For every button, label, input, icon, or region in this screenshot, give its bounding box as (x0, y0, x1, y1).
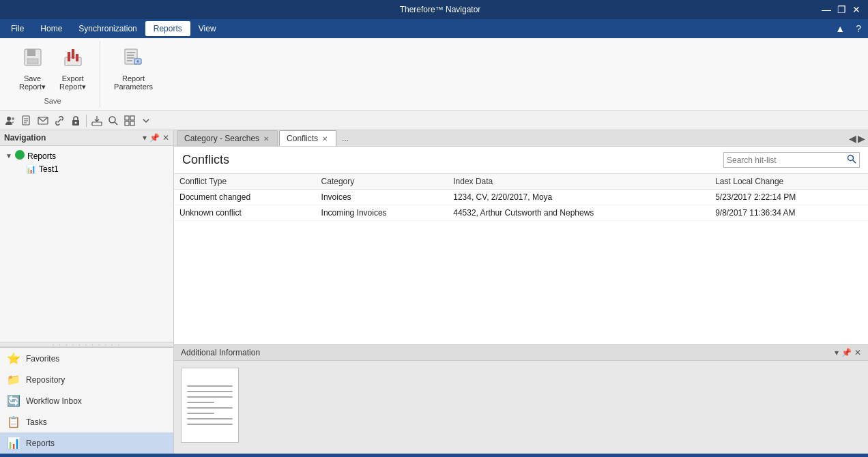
tab-category-searches[interactable]: Category - Searches ✕ (177, 130, 278, 146)
save-report-sublabel: Report▾ (19, 83, 46, 91)
save-report-button[interactable]: Save Report▾ (14, 44, 51, 94)
conflicts-table: Conflict Type Category Index Data Last L… (174, 174, 868, 221)
export-report-button[interactable]: Export Report▾ (54, 44, 91, 94)
doc-line-8 (187, 424, 233, 425)
save-report-label: Save (24, 74, 41, 83)
tree-root-item[interactable]: ▼ Reports (3, 149, 171, 163)
svg-rect-6 (76, 54, 78, 61)
nav-label-reports: Reports (26, 439, 55, 448)
tree-root-icon (15, 150, 25, 162)
additional-header: Additional Information ▾ 📌 ✕ (174, 345, 868, 361)
tab-category-close[interactable]: ✕ (262, 135, 270, 143)
table-row[interactable]: Unknown conflict Incoming Invoices 44532… (174, 205, 868, 221)
tab-next-button[interactable]: ▶ (858, 133, 865, 144)
toolbar-lock-btn[interactable] (68, 113, 83, 128)
ribbon-group-save: Save Report▾ Export Report▾ Save (5, 41, 100, 108)
report-parameters-label: Report (122, 74, 145, 83)
tab-more-button[interactable]: ... (338, 131, 353, 146)
additional-close-btn[interactable]: ✕ (854, 348, 861, 357)
tree-root-label: Reports (27, 151, 56, 161)
nav-bottom: ⭐ Favorites 📁 Repository 🔄 Workflow Inbo… (0, 347, 173, 454)
minimize-button[interactable]: — (820, 3, 833, 16)
toolbar-down-btn[interactable] (139, 113, 154, 128)
doc-preview (181, 368, 239, 443)
tab-conflicts[interactable]: Conflicts ✕ (279, 130, 336, 146)
svg-point-31 (848, 156, 854, 161)
menu-home[interactable]: Home (32, 21, 70, 36)
app-title: Therefore™ Navigator (60, 5, 820, 14)
svg-line-26 (115, 122, 117, 125)
tree-child-item[interactable]: 📊 Test1 (3, 163, 171, 175)
conflicts-title: Conflicts (182, 153, 229, 167)
menu-view[interactable]: View (190, 21, 225, 36)
doc-line-7 (187, 418, 233, 419)
ribbon-collapse-button[interactable]: ▲ (831, 22, 849, 35)
svg-line-32 (853, 160, 856, 164)
report-parameters-sublabel: Parameters (114, 83, 153, 91)
conflicts-header: Conflicts (174, 147, 868, 174)
svg-rect-29 (125, 121, 129, 126)
export-report-icon (62, 46, 84, 73)
tree-area: ▼ Reports 📊 Test1 (0, 146, 173, 342)
tabs-bar: Category - Searches ✕ Conflicts ✕ ... ◀ … (174, 130, 868, 147)
menu-reports[interactable]: Reports (145, 21, 190, 36)
title-bar: Therefore™ Navigator — ❐ ✕ (0, 0, 868, 19)
cell-change-0: 5/23/2017 2:22:14 PM (710, 190, 868, 205)
cell-type-0: Document changed (174, 190, 316, 205)
tab-conflicts-close[interactable]: ✕ (321, 135, 329, 143)
navigation-label: Navigation (4, 133, 46, 143)
sidebar-pin-btn[interactable]: 📌 (149, 133, 160, 143)
tab-conflicts-label: Conflicts (287, 134, 318, 143)
maximize-button[interactable]: ❐ (835, 3, 848, 16)
menu-synchronization[interactable]: Synchronization (70, 21, 145, 36)
toolbar-search-btn[interactable] (106, 113, 121, 128)
report-parameters-button[interactable]: Report Parameters (108, 44, 158, 93)
svg-rect-1 (27, 49, 35, 56)
table-container: Conflict Type Category Index Data Last L… (174, 174, 868, 344)
menu-file[interactable]: File (3, 21, 32, 36)
nav-item-reports[interactable]: 📊 Reports (0, 432, 173, 454)
tree-child-label: Test1 (39, 164, 59, 174)
sidebar-dropdown-btn[interactable]: ▾ (143, 133, 147, 143)
tasks-icon: 📋 (7, 415, 20, 428)
toolbar-grid-btn[interactable] (122, 113, 137, 128)
additional-dropdown-btn[interactable]: ▾ (835, 348, 839, 357)
toolbar-mail-btn[interactable] (35, 113, 50, 128)
content-area: Category - Searches ✕ Conflicts ✕ ... ◀ … (174, 130, 868, 454)
menu-bar: File Home Synchronization Reports View ▲… (0, 19, 868, 38)
tree-expand-icon: ▼ (5, 152, 15, 160)
svg-rect-8 (127, 52, 135, 53)
cell-category-0: Invoices (316, 190, 448, 205)
green-circle-icon (15, 150, 25, 160)
svg-rect-4 (68, 52, 70, 61)
toolbar-users-btn[interactable] (3, 113, 18, 128)
sidebar-header: Navigation ▾ 📌 ✕ (0, 130, 173, 146)
cell-index-1: 44532, Arthur Cutsworth and Nephews (448, 205, 710, 221)
toolbar-export-btn[interactable] (89, 113, 104, 128)
sidebar-resize-handle[interactable]: · · · · · · · · · · · (0, 342, 173, 347)
search-input[interactable] (727, 156, 847, 165)
svg-rect-5 (72, 49, 74, 59)
toolbar-doc-btn[interactable] (19, 113, 34, 128)
repository-icon: 📁 (7, 373, 20, 386)
additional-body (174, 361, 868, 454)
doc-line-5 (187, 407, 233, 409)
toolbar-link-btn[interactable] (52, 113, 67, 128)
nav-item-favorites[interactable]: ⭐ Favorites (0, 348, 173, 369)
doc-line-6 (187, 413, 214, 414)
table-row[interactable]: Document changed Invoices 1234, CV, 2/20… (174, 190, 868, 205)
nav-label-favorites: Favorites (26, 354, 59, 364)
tab-prev-button[interactable]: ◀ (849, 133, 856, 144)
additional-pin-btn[interactable]: 📌 (841, 348, 852, 357)
nav-item-tasks[interactable]: 📋 Tasks (0, 411, 173, 432)
nav-item-repository[interactable]: 📁 Repository (0, 369, 173, 390)
cell-change-1: 9/8/2017 11:36:34 AM (710, 205, 868, 221)
search-button[interactable] (847, 154, 856, 166)
col-index-data: Index Data (448, 174, 710, 190)
main-layout: Navigation ▾ 📌 ✕ ▼ Reports 📊 Test1 (0, 130, 868, 454)
close-button[interactable]: ✕ (850, 3, 863, 16)
help-button[interactable]: ? (852, 22, 865, 35)
sidebar-close-btn[interactable]: ✕ (162, 133, 169, 143)
svg-rect-9 (127, 55, 134, 56)
nav-item-workflow[interactable]: 🔄 Workflow Inbox (0, 390, 173, 411)
